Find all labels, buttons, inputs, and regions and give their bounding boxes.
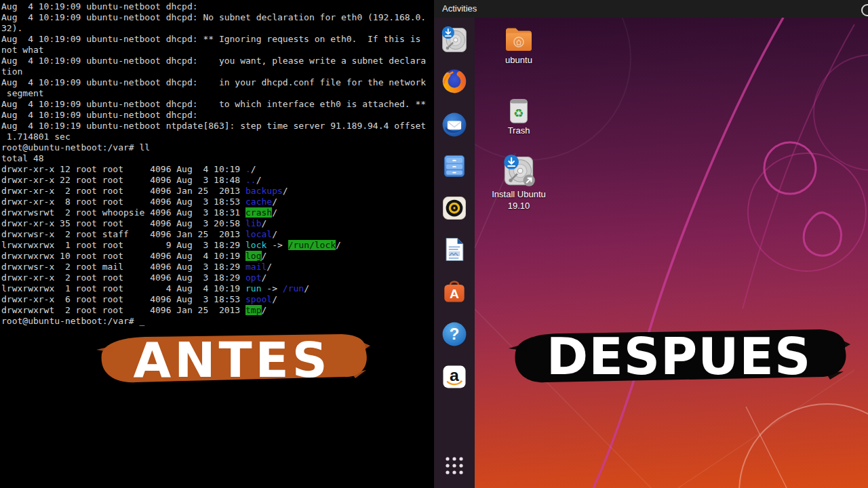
- top-bar: Activities: [434, 0, 868, 18]
- terminal-line: drwxrwsrwt 2 root whoopsie 4096 Aug 3 18…: [1, 207, 434, 218]
- terminal-line: root@ubuntu-netboot:/var# ll: [1, 142, 434, 153]
- terminal-line: drwxrwxrwx 10 root root 4096 Aug 4 10:19…: [1, 251, 434, 262]
- terminal-line: drwxrwsr-x 2 root staff 4096 Jan 25 2013…: [1, 229, 434, 240]
- terminal-line: Aug 4 10:19:09 ubuntu-netboot dhcpd: No …: [1, 12, 434, 23]
- terminal-line: drwxr-xr-x 6 root root 4096 Aug 3 18:53 …: [1, 294, 434, 305]
- terminal-line: 1.714801 sec: [1, 131, 434, 142]
- libreoffice-writer-icon[interactable]: [439, 235, 469, 264]
- terminal-line: drwxr-xr-x 2 root root 4096 Jan 25 2013 …: [1, 186, 434, 197]
- svg-text:?: ?: [450, 325, 460, 343]
- desktop-icon-ubuntu-folder[interactable]: ubuntu: [485, 24, 553, 66]
- before-badge: ANTES: [92, 329, 372, 390]
- screenshot-root: Aug 4 10:19:09 ubuntu-netboot dhcpd:Aug …: [0, 0, 868, 488]
- activities-button[interactable]: Activities: [434, 0, 485, 18]
- terminal-line: Aug 4 10:19:09 ubuntu-netboot dhcpd: you…: [1, 56, 434, 66]
- terminal-line: segment: [1, 88, 434, 99]
- ubuntu-software-icon[interactable]: A: [439, 277, 469, 306]
- install-ubuntu-disk-icon: [500, 153, 537, 188]
- terminal-output: Aug 4 10:19:09 ubuntu-netboot dhcpd:Aug …: [0, 0, 434, 488]
- after-badge: DESPUES: [507, 325, 850, 388]
- svg-text:A: A: [450, 287, 459, 301]
- help-icon[interactable]: ?: [439, 319, 469, 349]
- terminal-line: Aug 4 10:19:09 ubuntu-netboot dhcpd:: [1, 1, 434, 12]
- terminal-line: not what: [1, 45, 434, 56]
- terminal-line: Aug 4 10:19:09 ubuntu-netboot dhcpd:: [1, 110, 434, 121]
- terminal-line: tion: [1, 66, 434, 77]
- desktop-icon-label: ubuntu: [485, 54, 553, 66]
- thunderbird-icon[interactable]: [439, 110, 469, 140]
- after-label: DESPUES: [547, 327, 811, 386]
- dock: A ? a: [434, 18, 475, 488]
- terminal-line: drwxr-xr-x 8 root root 4096 Aug 3 18:53 …: [1, 197, 434, 207]
- terminal-line: root@ubuntu-netboot:/var# _: [1, 316, 434, 327]
- show-applications-icon[interactable]: [439, 453, 469, 478]
- terminal-line: lrwxrwxrwx 1 root root 4 Aug 4 10:19 run…: [1, 283, 434, 294]
- terminal-line: Aug 4 10:19:09 ubuntu-netboot dhcpd: to …: [1, 99, 434, 110]
- firefox-icon[interactable]: [439, 66, 469, 96]
- desktop-wallpaper: [475, 18, 868, 488]
- desktop-icon-install-ubuntu[interactable]: Install Ubuntu 19.10: [481, 153, 556, 211]
- folder-icon: [502, 24, 535, 54]
- svg-text:a: a: [450, 366, 459, 384]
- terminal-line: 32).: [1, 23, 434, 34]
- terminal-line: drwxr-xr-x 35 root root 4096 Aug 3 20:58…: [1, 218, 434, 229]
- desktop-icon-label: Trash: [485, 125, 553, 136]
- terminal-line: Aug 4 10:19:09 ubuntu-netboot dhcpd: ** …: [1, 34, 434, 45]
- terminal-line: lrwxrwxrwx 1 root root 9 Aug 3 18:29 loc…: [1, 240, 434, 251]
- desktop-icon-trash[interactable]: ♻ Trash: [485, 95, 553, 136]
- amazon-icon[interactable]: a: [439, 362, 469, 392]
- clock-partial-icon[interactable]: [861, 4, 868, 16]
- desktop-icon-label-line1: Install Ubuntu: [481, 188, 556, 200]
- terminal-line: Aug 4 10:19:09 ubuntu-netboot dhcpd: in …: [1, 77, 434, 88]
- terminal-line: Aug 4 10:19:19 ubuntu-netboot ntpdate[86…: [1, 121, 434, 131]
- svg-text:♻: ♻: [513, 106, 524, 120]
- rhythmbox-icon[interactable]: [439, 193, 469, 223]
- terminal-line: total 48: [1, 153, 434, 164]
- terminal-line: drwxrwsr-x 2 root mail 4096 Aug 3 18:29 …: [1, 262, 434, 272]
- files-icon[interactable]: [439, 151, 469, 181]
- install-ubuntu-icon[interactable]: [439, 25, 469, 55]
- terminal-line: drwxr-xr-x 22 root root 4096 Aug 3 18:48…: [1, 175, 434, 186]
- terminal-line: drwxrwxrwt 2 root root 4096 Jan 25 2013 …: [1, 305, 434, 316]
- wallpaper-pattern: [475, 18, 868, 488]
- trash-icon: ♻: [503, 95, 534, 125]
- terminal-line: drwxr-xr-x 2 root root 4096 Aug 3 18:29 …: [1, 272, 434, 283]
- desktop-icon-label-line2: 19.10: [481, 200, 556, 211]
- terminal-line: drwxr-xr-x 12 root root 4096 Aug 4 10:19…: [1, 164, 434, 175]
- before-label: ANTES: [133, 331, 330, 388]
